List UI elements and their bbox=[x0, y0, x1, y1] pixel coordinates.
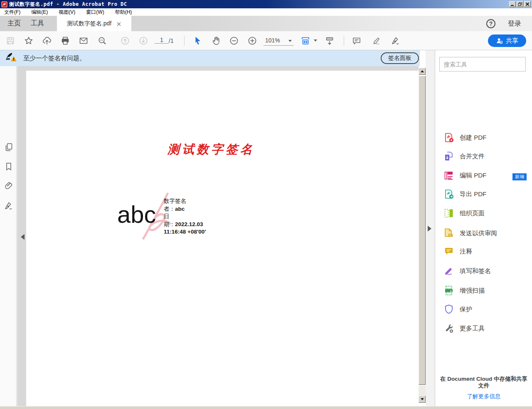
search-tools-input[interactable] bbox=[439, 57, 526, 71]
zoom-level-dropdown[interactable]: 101% bbox=[264, 37, 293, 46]
notification-message: 至少一个签名有问题。 bbox=[23, 54, 86, 62]
minimize-button[interactable] bbox=[509, 1, 516, 7]
signature-notification-bar: 至少一个签名有问题。 签名面板 bbox=[0, 50, 420, 66]
protect-icon bbox=[443, 304, 454, 315]
help-icon[interactable]: ? bbox=[486, 19, 495, 28]
tab-document[interactable]: 测试数字签名.pdf bbox=[57, 16, 131, 31]
signatures-panel-icon[interactable] bbox=[4, 201, 14, 211]
star-favorite-icon[interactable] bbox=[24, 36, 34, 46]
window-title: 测试数字签名.pdf - Adobe Acrobat Pro DC bbox=[9, 1, 127, 8]
signature-line-4: 期：2022.12.03 bbox=[164, 221, 206, 229]
tab-tools[interactable]: 工具 bbox=[27, 16, 47, 31]
signature-details[interactable]: 数字签名 者：abc 日 期：2022.12.03 11:16:48 +08'0… bbox=[164, 197, 206, 236]
tool-create-pdf[interactable]: 创建 PDF bbox=[435, 131, 532, 145]
tool-label: 发送以供审阅 bbox=[460, 229, 497, 237]
sign-in-link[interactable]: 登录 bbox=[508, 19, 521, 28]
tool-fill-and-sign[interactable]: 填写和签名 bbox=[435, 264, 532, 278]
comment-tool-icon[interactable] bbox=[352, 36, 362, 46]
hide-toolbar-icon[interactable] bbox=[325, 36, 335, 46]
next-page-icon[interactable] bbox=[138, 36, 148, 46]
tool-label: 组织页面 bbox=[460, 209, 485, 217]
page-thumbnails-icon[interactable] bbox=[4, 142, 14, 152]
edit-pdf-icon bbox=[443, 170, 454, 181]
tool-combine-files[interactable]: 合并文件 bbox=[435, 149, 532, 163]
acrobat-app-icon bbox=[1, 1, 7, 7]
expand-right-pane-icon[interactable] bbox=[428, 226, 431, 232]
comment-icon bbox=[443, 246, 454, 257]
fit-width-icon[interactable] bbox=[300, 36, 310, 46]
learn-more-link[interactable]: 了解更多信息 bbox=[435, 393, 532, 400]
close-button[interactable] bbox=[524, 1, 531, 7]
zoom-level-value: 101% bbox=[265, 37, 280, 44]
minimize-icon bbox=[511, 5, 514, 6]
tool-send-for-review[interactable]: 发送以供审阅 bbox=[435, 226, 532, 240]
menu-window[interactable]: 窗口(W) bbox=[86, 9, 104, 16]
collapse-left-pane-icon[interactable] bbox=[21, 234, 25, 240]
sign-tool-icon[interactable] bbox=[391, 36, 401, 46]
signature-handwriting[interactable]: abc bbox=[117, 200, 156, 228]
tool-protect[interactable]: 保护 bbox=[435, 302, 532, 316]
combine-files-icon bbox=[443, 151, 454, 162]
share-button-label: 共享 bbox=[506, 37, 518, 45]
email-icon[interactable] bbox=[79, 36, 89, 46]
document-cloud-footer-text: 在 Document Cloud 中存储和共享文件 bbox=[440, 376, 528, 389]
triangle-down-icon bbox=[421, 398, 424, 400]
export-pdf-icon bbox=[443, 189, 454, 200]
scroll-down-button[interactable] bbox=[419, 396, 426, 403]
menu-file[interactable]: 文件(F) bbox=[4, 9, 20, 16]
pdf-page: 测试数字签名 abc 数字签名 者：abc 日 期：2022.12.03 11:… bbox=[26, 71, 419, 406]
send-for-review-icon bbox=[443, 228, 454, 239]
restore-button[interactable] bbox=[517, 1, 523, 7]
scrollbar-track[interactable] bbox=[419, 386, 426, 396]
page-total-label: /1 bbox=[169, 37, 174, 44]
share-cloud-icon[interactable] bbox=[42, 36, 52, 46]
vertical-scrollbar[interactable] bbox=[419, 68, 426, 404]
tool-label: 填写和签名 bbox=[460, 267, 491, 275]
document-title-text: 测试数字签名 bbox=[167, 141, 255, 158]
fill-and-sign-icon bbox=[443, 266, 454, 276]
main-toolbar: /1 101% 共享 bbox=[0, 31, 532, 50]
menu-view[interactable]: 视图(V) bbox=[59, 9, 75, 16]
zoom-out-icon[interactable] bbox=[229, 36, 239, 46]
signature-warning-icon bbox=[5, 53, 17, 64]
menu-bar: 文件(F) 编辑(E) 视图(V) 窗口(W) 帮助(H) bbox=[0, 8, 532, 16]
tab-document-label: 测试数字签名.pdf bbox=[67, 20, 111, 27]
tab-close-icon[interactable] bbox=[116, 21, 121, 26]
menu-edit[interactable]: 编辑(E) bbox=[31, 9, 48, 16]
toolbar-separator bbox=[344, 36, 344, 46]
tool-label: 合并文件 bbox=[460, 153, 485, 160]
more-tools-icon bbox=[443, 323, 454, 334]
signature-line-5: 11:16:48 +08'00' bbox=[164, 228, 206, 236]
share-button[interactable]: 共享 bbox=[488, 34, 526, 47]
page-number-input[interactable] bbox=[155, 37, 169, 44]
tool-label: 创建 PDF bbox=[460, 134, 486, 142]
tool-more-tools[interactable]: 更多工具 bbox=[435, 321, 532, 335]
bookmarks-icon[interactable] bbox=[4, 162, 14, 172]
menu-help[interactable]: 帮助(H) bbox=[115, 9, 132, 16]
select-tool-icon[interactable] bbox=[193, 36, 203, 46]
hand-tool-icon[interactable] bbox=[211, 36, 221, 46]
search-icon[interactable] bbox=[97, 36, 107, 46]
tool-comment[interactable]: 注释 bbox=[435, 244, 532, 259]
tool-export-pdf[interactable]: 导出 PDF bbox=[435, 187, 532, 201]
attachments-icon[interactable] bbox=[4, 181, 14, 191]
signature-panel-button[interactable]: 签名面板 bbox=[381, 52, 419, 64]
scrollbar-thumb[interactable] bbox=[419, 76, 426, 385]
tab-home[interactable]: 主页 bbox=[4, 16, 24, 31]
signature-line-3: 日 bbox=[164, 213, 206, 221]
create-pdf-icon bbox=[443, 132, 454, 143]
add-person-icon bbox=[496, 37, 503, 44]
tool-enhance-scans[interactable]: 增强扫描 bbox=[435, 283, 532, 298]
tool-label: 导出 PDF bbox=[460, 190, 486, 198]
print-icon[interactable] bbox=[60, 36, 70, 46]
window-bottom-frame bbox=[0, 406, 532, 409]
enhance-scans-icon bbox=[443, 285, 454, 296]
zoom-in-icon[interactable] bbox=[247, 36, 257, 46]
tool-label: 增强扫描 bbox=[460, 287, 485, 295]
chevron-down-icon[interactable] bbox=[314, 39, 317, 42]
tool-organize-pages[interactable]: 组织页面 bbox=[435, 206, 532, 220]
highlight-tool-icon[interactable] bbox=[372, 36, 382, 46]
save-icon[interactable] bbox=[5, 36, 15, 46]
previous-page-icon[interactable] bbox=[120, 36, 130, 46]
scroll-up-button[interactable] bbox=[419, 68, 426, 75]
